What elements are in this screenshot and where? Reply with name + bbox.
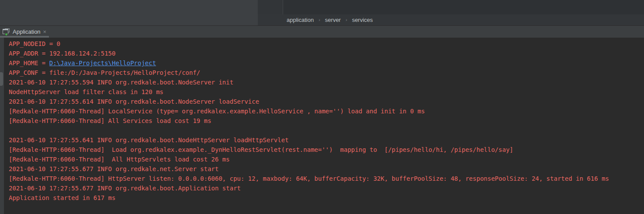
- breadcrumb: application › server › services: [258, 14, 644, 25]
- console-line: [Redkale-HTTP:6060-Thread] Load org.redk…: [9, 145, 609, 154]
- editor-divider: [283, 0, 283, 14]
- console-line: APP_HOME = D:\Java-Projects\HelloProject: [9, 58, 609, 68]
- breadcrumb-item-server[interactable]: server: [325, 17, 341, 23]
- console-line: 2021-06-10 17:27:55.594 INFO org.redkale…: [9, 77, 609, 87]
- console-line: NodeHttpServer load filter class in 120 …: [9, 87, 609, 97]
- run-console-icon: [3, 28, 10, 35]
- editor-region: application › server › services: [258, 0, 644, 25]
- console-line: APP_CONF = file:/D:/Java-Projects/HelloP…: [9, 68, 609, 77]
- console-line: [Redkale-HTTP:6060-Thread] HttpServer li…: [9, 174, 609, 183]
- console-line: 2021-06-10 17:27:55.677 INFO org.redkale…: [9, 164, 609, 174]
- console-gutter: [0, 38, 4, 214]
- editor-strip: [258, 0, 644, 14]
- console-panel[interactable]: APP_NODEID = 0APP_ADDR = 192.168.124.2:5…: [0, 38, 644, 214]
- console-line: 2021-06-10 17:27:55.641 INFO org.redkale…: [9, 135, 609, 145]
- chevron-right-icon: ›: [319, 17, 320, 22]
- console-line: [Redkale-HTTP:6060-Thread] All Services …: [9, 116, 609, 126]
- top-area: application › server › services: [0, 0, 644, 25]
- console-line: APP_ADDR = 192.168.124.2:5150: [9, 49, 609, 58]
- close-icon[interactable]: ×: [43, 29, 47, 35]
- breadcrumb-item-application[interactable]: application: [287, 17, 314, 23]
- gutter-scroll-thumb[interactable]: [0, 72, 3, 86]
- console-line: [Redkale-HTTP:6060-Thread] LocalService …: [9, 106, 609, 116]
- editor-segment: [258, 0, 283, 14]
- chevron-right-icon: ›: [346, 17, 347, 22]
- breadcrumb-item-services[interactable]: services: [352, 17, 373, 23]
- console-line: 2021-06-10 17:27:55.614 INFO org.redkale…: [9, 97, 609, 106]
- console-line: Application started in 617 ms: [9, 193, 609, 203]
- tab-application[interactable]: Application ×: [0, 26, 49, 38]
- console-line: APP_NODEID = 0: [9, 39, 609, 49]
- left-tool-panel: [0, 0, 258, 25]
- running-status-dot: [5, 33, 8, 36]
- file-link[interactable]: D:\Java-Projects\HelloProject: [49, 60, 156, 67]
- run-toolwindow-tab-bar: Application ×: [0, 25, 644, 38]
- tab-label: Application: [13, 28, 41, 35]
- console-line: [9, 126, 609, 135]
- console-line: [Redkale-HTTP:6060-Thread] All HttpServl…: [9, 154, 609, 164]
- console-output: APP_NODEID = 0APP_ADDR = 192.168.124.2:5…: [9, 39, 609, 203]
- console-line: 2021-06-10 17:27:55.677 INFO org.redkale…: [9, 183, 609, 193]
- console-line-prefix: APP_HOME =: [9, 60, 49, 67]
